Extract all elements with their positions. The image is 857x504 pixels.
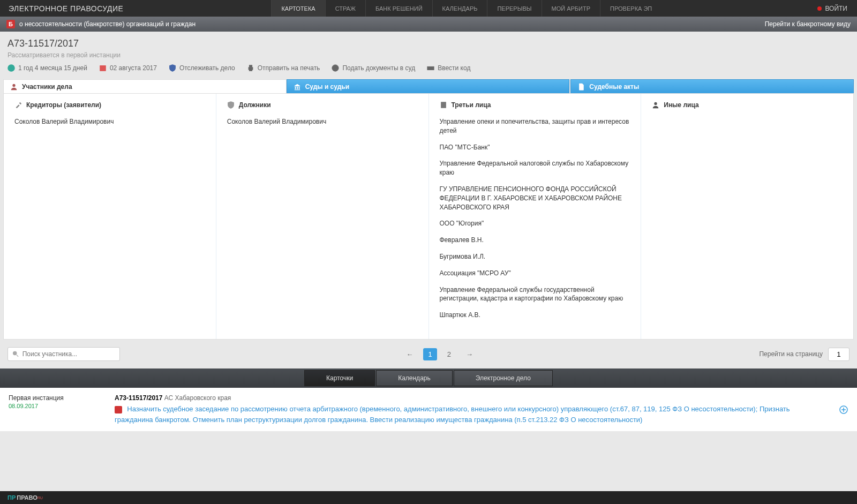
notice-link[interactable]: Перейти к банкротному виду: [765, 20, 851, 28]
code-button[interactable]: Ввести код: [427, 64, 470, 72]
search-box[interactable]: [7, 347, 120, 361]
third-header: Третьи лица: [452, 101, 491, 109]
page-1[interactable]: 1: [423, 348, 437, 360]
case-ref-court: АС Хабаровского края: [164, 394, 231, 402]
search-icon: [12, 350, 19, 358]
watch-button[interactable]: Отслеживать дело: [169, 64, 235, 72]
other-header: Иные лица: [664, 101, 698, 109]
svg-rect-7: [427, 66, 434, 70]
tab-courts-label: Суды и судьи: [305, 83, 349, 91]
svg-rect-16: [443, 105, 445, 106]
tab-courts[interactable]: Суды и судьи: [287, 79, 570, 93]
case-ref: А73-11517/2017 АС Хабаровского края: [115, 394, 824, 402]
viewmode-efile[interactable]: Электронное дело: [454, 370, 553, 386]
nav-arbiter[interactable]: МОЙ АРБИТР: [542, 0, 600, 17]
nav-items: КАРТОТЕКА СТРАЖ БАНК РЕШЕНИЙ КАЛЕНДАРЬ П…: [271, 0, 661, 17]
person-solid-icon: [652, 101, 659, 109]
duration-text: 1 год 4 месяца 15 дней: [18, 64, 87, 72]
instance-body: А73-11517/2017 АС Хабаровского края Назн…: [115, 394, 824, 425]
doc-link[interactable]: Назначить судебное заседание по рассмотр…: [115, 405, 790, 424]
logo: ЭЛЕКТРОННОЕ ПРАВОСУДИЕ: [0, 4, 132, 13]
list-item[interactable]: Бугримова И.Л.: [440, 252, 630, 261]
nav-epcheck[interactable]: ПРОВЕРКА ЭП: [600, 0, 661, 17]
page-2[interactable]: 2: [442, 348, 456, 360]
top-nav: ЭЛЕКТРОННОЕ ПРАВОСУДИЕ КАРТОТЕКА СТРАЖ Б…: [0, 0, 857, 17]
notice-bar: Б о несостоятельности (банкротстве) орга…: [0, 17, 857, 32]
document-icon: [577, 83, 585, 91]
search-input[interactable]: [22, 350, 115, 358]
list-item[interactable]: Управление Федеральной налоговой службы …: [440, 159, 630, 177]
footer-brand: ПРАВО: [17, 494, 37, 501]
footer-brand-prefix: ПР: [7, 494, 16, 501]
print-label: Отправить на печать: [258, 64, 320, 72]
print-button[interactable]: Отправить на печать: [247, 64, 320, 72]
viewmode-calendar[interactable]: Календарь: [376, 370, 453, 386]
tab-acts-label: Судебные акты: [589, 83, 639, 91]
login-button[interactable]: ВОЙТИ: [808, 5, 857, 12]
list-item[interactable]: Соколов Валерий Владимирович: [227, 117, 418, 126]
goto-input[interactable]: [828, 348, 850, 361]
login-dot-icon: [817, 6, 822, 11]
svg-point-8: [428, 67, 429, 68]
plus-icon: [839, 405, 848, 414]
nav-kartoteka[interactable]: КАРТОТЕКА: [271, 0, 325, 17]
tabs-row: Участники дела Суды и судьи Судебные акт…: [3, 79, 854, 93]
svg-rect-15: [442, 105, 443, 106]
pager-next[interactable]: →: [461, 348, 478, 360]
duration-indicator: 1 год 4 месяца 15 дней: [7, 64, 87, 72]
case-ref-number: А73-11517/2017: [115, 394, 162, 402]
code-label: Ввести код: [438, 64, 470, 72]
instance-meta: Первая инстанция 08.09.2017: [9, 394, 100, 425]
bankruptcy-badge-icon: Б: [6, 20, 15, 28]
instance-row: Первая инстанция 08.09.2017 А73-11517/20…: [0, 388, 857, 431]
pager-bar: ← 1 2 → Перейти на страницу: [0, 340, 857, 368]
shield-outline-icon: [227, 101, 235, 109]
clock-icon: [7, 64, 15, 72]
list-item[interactable]: Февралев В.Н.: [440, 236, 630, 245]
login-label: ВОЙТИ: [825, 5, 847, 12]
viewmode-bar: Карточки Календарь Электронное дело: [0, 368, 857, 388]
date-indicator: 02 августа 2017: [99, 64, 157, 72]
footer-suffix: RU: [37, 496, 43, 500]
pager: ← 1 2 →: [401, 348, 477, 360]
pager-prev[interactable]: ←: [401, 348, 418, 360]
list-item[interactable]: ПАО "МТС-Банк": [440, 143, 630, 152]
creditors-header: Кредиторы (заявители): [26, 101, 101, 109]
svg-rect-4: [249, 65, 252, 67]
list-item[interactable]: Соколов Валерий Владимирович: [14, 117, 205, 126]
date-text: 02 августа 2017: [110, 64, 157, 72]
tab-acts[interactable]: Судебные акты: [570, 79, 854, 93]
list-item[interactable]: Ассоциация "МСРО АУ": [440, 269, 630, 278]
nav-calendar[interactable]: КАЛЕНДАРЬ: [432, 0, 487, 17]
list-item[interactable]: Управление Федеральной службы государств…: [440, 285, 630, 304]
svg-rect-2: [100, 66, 106, 67]
shield-icon: [169, 64, 176, 72]
doc-row: Назначить судебное заседание по рассмотр…: [115, 404, 824, 425]
case-actions: 1 год 4 месяца 15 дней 02 августа 2017 О…: [7, 64, 850, 72]
nav-breaks[interactable]: ПЕРЕРЫВЫ: [487, 0, 541, 17]
nav-bank[interactable]: БАНК РЕШЕНИЙ: [365, 0, 432, 17]
hammer-icon: [14, 101, 22, 109]
tab-participants[interactable]: Участники дела: [3, 79, 287, 93]
viewmode-cards[interactable]: Карточки: [304, 370, 375, 386]
svg-point-11: [12, 84, 15, 86]
footer: ПР ПРАВО RU: [0, 491, 857, 504]
col-debtors: Должники Соколов Валерий Владимирович: [216, 94, 428, 339]
svg-rect-13: [442, 103, 443, 104]
svg-point-18: [13, 351, 17, 355]
case-status: Рассматривается в первой инстанции: [7, 51, 850, 59]
pdf-icon[interactable]: [115, 406, 122, 413]
submit-button[interactable]: Подать документы в суд: [332, 64, 415, 72]
col-third-parties: Третьи лица Управление опеки и попечител…: [428, 94, 641, 339]
nav-strazh[interactable]: СТРАЖ: [325, 0, 365, 17]
list-item[interactable]: Шпартюк А.В.: [440, 311, 630, 320]
printer-icon: [247, 64, 254, 72]
goto-label: Перейти на страницу: [759, 350, 823, 358]
instance-title: Первая инстанция: [9, 394, 100, 402]
list-item[interactable]: Управление опеки и попечительства, защит…: [440, 117, 630, 136]
add-button[interactable]: [839, 405, 848, 415]
keyboard-icon: [427, 64, 434, 72]
list-item[interactable]: ООО "Югория": [440, 219, 630, 228]
list-item[interactable]: ГУ УПРАВЛЕНИЕ ПЕНСИОННОГО ФОНДА РОССИЙСК…: [440, 185, 630, 212]
case-header: А73-11517/2017 Рассматривается в первой …: [0, 32, 857, 76]
